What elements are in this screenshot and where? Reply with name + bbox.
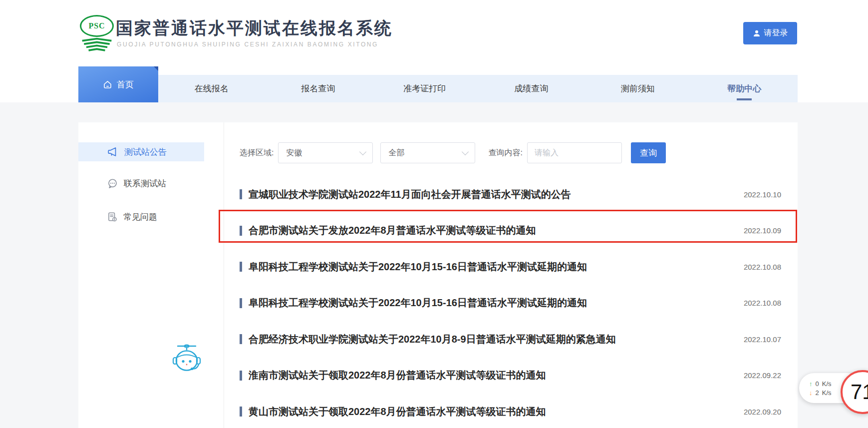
nav-tab-label: 报名查询 [301, 83, 335, 94]
score-value: 71 [851, 380, 868, 404]
announcement-row[interactable]: 宣城职业技术学院测试站2022年11月面向社会开展普通话水平测试的公告 2022… [240, 176, 781, 213]
chevron-down-icon [462, 148, 469, 155]
announcement-title[interactable]: 宣城职业技术学院测试站2022年11月面向社会开展普通话水平测试的公告 [249, 188, 734, 201]
title-tick-decoration [240, 226, 242, 236]
sidebar-divider [224, 122, 224, 428]
nav-tab[interactable]: 成绩查询 [478, 75, 585, 102]
nav-tab-label: 测前须知 [621, 83, 655, 94]
region-label: 选择区域: [240, 148, 274, 158]
tab-fold-decoration [154, 66, 158, 71]
category-select[interactable]: 全部 [380, 142, 475, 163]
chevron-down-icon [359, 148, 366, 155]
announcement-date: 2022.10.09 [744, 226, 781, 235]
logo-acronym: PSC [88, 21, 105, 30]
nav-tab[interactable]: 报名查询 [265, 75, 372, 102]
query-label: 查询内容: [488, 148, 522, 158]
sidebar-item-announcements[interactable]: 测试站公告 [78, 142, 204, 161]
search-button[interactable]: 查询 [631, 142, 666, 163]
announcement-title[interactable]: 合肥经济技术职业学院测试站关于2022年10月8-9日普通话水平测试延期的紧急通… [249, 333, 734, 346]
faq-document-icon [107, 212, 117, 222]
home-icon [103, 80, 112, 89]
sidebar-item-label: 测试站公告 [124, 146, 167, 158]
announcement-title[interactable]: 阜阳科技工程学校测试站关于2022年10月15-16日普通话水平测试延期的通知 [249, 296, 734, 310]
nav-tab[interactable]: 测前须知 [584, 75, 691, 102]
announcement-title[interactable]: 阜阳科技工程学校测试站关于2022年10月15-16日普通话水平测试延期的通知 [249, 260, 734, 274]
content-card: 测试站公告 联系测试站 常见问题 [78, 122, 798, 428]
upload-arrow-icon: ↑ [809, 380, 813, 388]
announcement-row[interactable]: 阜阳科技工程学校测试站关于2022年10月15-16日普通话水平测试延期的通知 … [240, 249, 781, 285]
announcement-row[interactable]: 黄山市测试站关于领取2022年8月份普通话水平测试等级证书的通知 2022.09… [240, 394, 781, 428]
announcement-date: 2022.10.08 [744, 299, 781, 307]
announcement-title[interactable]: 黄山市测试站关于领取2022年8月份普通话水平测试等级证书的通知 [249, 405, 734, 419]
announcement-date: 2022.10.10 [744, 190, 781, 199]
announcement-title[interactable]: 合肥市测试站关于发放2022年8月普通话水平测试等级证书的通知 [249, 224, 734, 237]
announcement-list: 宣城职业技术学院测试站2022年11月面向社会开展普通话水平测试的公告 2022… [240, 176, 781, 428]
psc-oval-icon: PSC [80, 15, 114, 37]
query-input[interactable] [527, 142, 622, 163]
category-select-value: 全部 [388, 148, 404, 158]
announcement-row[interactable]: 阜阳科技工程学校测试站关于2022年10月15-16日普通话水平测试延期的通知 … [240, 285, 781, 322]
announcement-date: 2022.10.07 [744, 335, 781, 344]
title-tick-decoration [240, 371, 242, 381]
announcement-row[interactable]: 合肥市测试站关于发放2022年8月普通话水平测试等级证书的通知 2022.10.… [240, 213, 781, 249]
site-logo: PSC [77, 15, 116, 54]
nav-tab-label: 成绩查询 [514, 83, 548, 94]
megaphone-icon [107, 147, 118, 157]
main-nav: 首页 在线报名 报名查询 准考证打印 成绩查询 [78, 75, 798, 102]
page: PSC 国家普通话水平测试在线报名系统 GUOJIA PUTONGHUA SHU… [0, 0, 868, 428]
announcement-date: 2022.09.20 [744, 408, 781, 416]
nav-tab[interactable]: 在线报名 [158, 75, 265, 102]
announcement-date: 2022.10.08 [744, 263, 781, 271]
nav-tab[interactable]: 帮助中心 [691, 75, 798, 102]
region-select-value: 安徽 [286, 148, 302, 158]
site-subtitle: GUOJIA PUTONGHUA SHUIPING CESHI ZAIXIAN … [117, 41, 378, 48]
login-label: 请登录 [764, 28, 788, 38]
sidebar-item-label: 常见问题 [123, 211, 157, 223]
upload-unit: K/s [822, 380, 832, 388]
sidebar-item-faq[interactable]: 常见问题 [78, 207, 204, 226]
logo-stripes-icon [80, 37, 113, 52]
title-tick-decoration [240, 407, 242, 417]
region-select[interactable]: 安徽 [278, 142, 373, 163]
upload-value: 0 [816, 380, 819, 388]
announcement-title[interactable]: 淮南市测试站关于领取2022年8月份普通话水平测试等级证书的通知 [249, 369, 734, 382]
sidebar-item-label: 联系测试站 [124, 178, 166, 189]
chatbot-robot-icon[interactable] [171, 342, 203, 376]
nav-home-label: 首页 [117, 79, 134, 90]
site-title: 国家普通话水平测试在线报名系统 [116, 17, 393, 40]
nav-tab-label: 准考证打印 [403, 83, 446, 94]
title-tick-decoration [240, 298, 242, 308]
download-arrow-icon: ↓ [809, 389, 813, 397]
announcement-row[interactable]: 合肥经济技术职业学院测试站关于2022年10月8-9日普通话水平测试延期的紧急通… [240, 321, 781, 358]
nav-tab-label: 在线报名 [195, 83, 229, 94]
download-unit: K/s [822, 389, 832, 397]
download-value: 2 [816, 389, 819, 397]
nav-tab-home[interactable]: 首页 [78, 66, 158, 102]
chat-bubble-icon [107, 178, 118, 189]
announcement-date: 2022.09.22 [744, 371, 781, 380]
user-icon [753, 29, 761, 37]
filter-bar: 选择区域: 安徽 全部 查询内容: 查询 [240, 142, 666, 163]
title-tick-decoration [240, 189, 242, 199]
nav-items: 在线报名 报名查询 准考证打印 成绩查询 测前须知 [158, 75, 798, 102]
title-tick-decoration [240, 262, 242, 272]
title-tick-decoration [240, 334, 242, 344]
announcement-row[interactable]: 淮南市测试站关于领取2022年8月份普通话水平测试等级证书的通知 2022.09… [240, 358, 781, 394]
login-button[interactable]: 请登录 [743, 22, 797, 44]
nav-tab-label: 帮助中心 [727, 83, 761, 94]
nav-tab[interactable]: 准考证打印 [371, 75, 478, 102]
sidebar-item-contact[interactable]: 联系测试站 [78, 174, 204, 193]
